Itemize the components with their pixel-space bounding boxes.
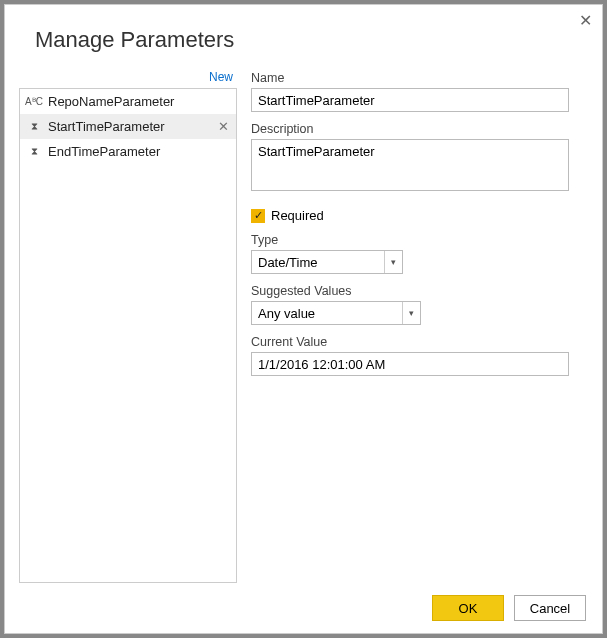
new-row: New — [19, 69, 237, 88]
current-value-input[interactable] — [251, 352, 569, 376]
name-input[interactable] — [251, 88, 569, 112]
parameter-list: AᴮC RepoNameParameter ⧗ StartTimeParamet… — [19, 88, 237, 583]
new-parameter-link[interactable]: New — [209, 70, 233, 84]
parameter-item-starttime[interactable]: ⧗ StartTimeParameter ✕ — [20, 114, 236, 139]
dialog-content: New AᴮC RepoNameParameter ⧗ StartTimePar… — [19, 69, 588, 583]
dialog-title: Manage Parameters — [5, 5, 602, 53]
cancel-button[interactable]: Cancel — [514, 595, 586, 621]
text-type-icon: AᴮC — [26, 94, 42, 110]
current-value-label: Current Value — [251, 335, 588, 349]
parameter-item-reponame[interactable]: AᴮC RepoNameParameter — [20, 89, 236, 114]
ok-button[interactable]: OK — [432, 595, 504, 621]
parameter-item-label: StartTimeParameter — [48, 119, 210, 134]
close-icon[interactable]: ✕ — [579, 11, 592, 30]
required-label: Required — [271, 208, 324, 223]
name-label: Name — [251, 71, 588, 85]
required-checkbox[interactable]: ✓ — [251, 209, 265, 223]
required-row: ✓ Required — [251, 208, 588, 223]
description-label: Description — [251, 122, 588, 136]
datetime-type-icon: ⧗ — [26, 119, 42, 135]
suggested-values-value: Any value — [258, 306, 315, 321]
parameter-item-label: EndTimeParameter — [48, 144, 230, 159]
parameter-list-column: New AᴮC RepoNameParameter ⧗ StartTimePar… — [19, 69, 237, 583]
suggested-values-label: Suggested Values — [251, 284, 588, 298]
dialog-footer: OK Cancel — [432, 595, 586, 621]
parameter-item-endtime[interactable]: ⧗ EndTimeParameter — [20, 139, 236, 164]
delete-parameter-icon[interactable]: ✕ — [216, 119, 230, 134]
type-select[interactable]: Date/Time ▾ — [251, 250, 403, 274]
manage-parameters-dialog: ✕ Manage Parameters New AᴮC RepoNamePara… — [4, 4, 603, 634]
parameter-form: Name Description StartTimeParameter ✓ Re… — [251, 69, 588, 583]
suggested-values-select[interactable]: Any value ▾ — [251, 301, 421, 325]
type-value: Date/Time — [258, 255, 317, 270]
chevron-down-icon: ▾ — [402, 302, 420, 324]
chevron-down-icon: ▾ — [384, 251, 402, 273]
type-label: Type — [251, 233, 588, 247]
description-input[interactable]: StartTimeParameter — [251, 139, 569, 191]
parameter-item-label: RepoNameParameter — [48, 94, 230, 109]
datetime-type-icon: ⧗ — [26, 144, 42, 160]
